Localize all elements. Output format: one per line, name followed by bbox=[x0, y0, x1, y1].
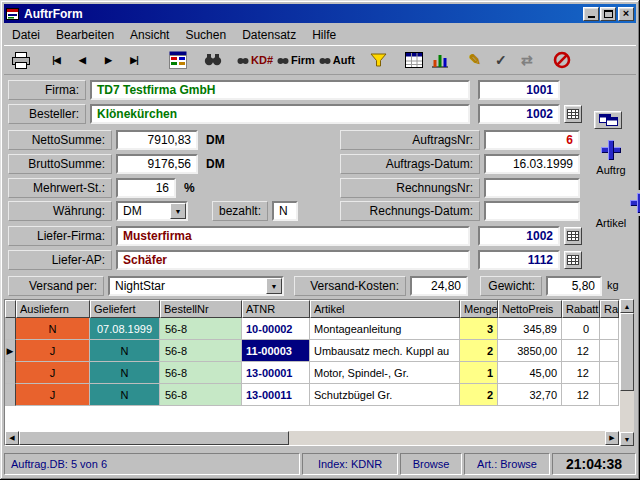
col-header-geliefert[interactable]: Geliefert bbox=[90, 300, 160, 318]
cell-rabatt[interactable]: 12 bbox=[562, 384, 600, 406]
versandkosten-field[interactable]: 24,80 bbox=[410, 276, 468, 296]
horizontal-scrollbar[interactable]: ◀ ▶ bbox=[5, 431, 619, 445]
col-header-rab2[interactable]: Rab bbox=[600, 300, 619, 318]
scroll-up-button[interactable]: ▲ bbox=[620, 299, 634, 313]
cell-bestellnr[interactable]: 56-8 bbox=[160, 318, 242, 340]
cell-nettopreis[interactable]: 345,89 bbox=[498, 318, 562, 340]
nettosumme-field[interactable]: 7910,83 bbox=[116, 130, 198, 150]
close-button[interactable]: × bbox=[618, 7, 634, 21]
cell-menge[interactable]: 3 bbox=[460, 318, 498, 340]
cell-atnr[interactable]: 13-00011 bbox=[242, 384, 310, 406]
cell-menge[interactable]: 2 bbox=[460, 384, 498, 406]
table-row[interactable]: J N 56-8 13-00011 Schutzbügel Gr. 2 32,7… bbox=[5, 384, 619, 406]
menu-suchen[interactable]: Suchen bbox=[177, 26, 234, 44]
table-view-button[interactable] bbox=[401, 47, 427, 73]
cell-atnr[interactable]: 10-00002 bbox=[242, 318, 310, 340]
search-kdnr-button[interactable]: KD# bbox=[235, 47, 275, 73]
cell-ausliefern[interactable]: N bbox=[16, 318, 90, 340]
search-auftrag-button[interactable]: Auft bbox=[317, 47, 357, 73]
search-firma-button[interactable]: Firm bbox=[275, 47, 317, 73]
cell-atnr-focused[interactable]: 11-00003 bbox=[242, 340, 310, 362]
col-header-artikel[interactable]: Artikel bbox=[310, 300, 460, 318]
confirm-button[interactable]: ✓ bbox=[488, 47, 514, 73]
bruttosumme-field[interactable]: 9176,56 bbox=[116, 154, 198, 174]
lieferap-field[interactable]: Schäfer bbox=[116, 250, 470, 270]
cell-bestellnr[interactable]: 56-8 bbox=[160, 384, 242, 406]
col-header-menge[interactable]: Menge bbox=[460, 300, 498, 318]
rechnungsdatum-field[interactable] bbox=[484, 201, 580, 221]
cancel-button[interactable] bbox=[549, 47, 575, 73]
cell-menge[interactable]: 1 bbox=[460, 362, 498, 384]
menu-bearbeiten[interactable]: Bearbeiten bbox=[48, 26, 122, 44]
lieferfirma-nr-field[interactable]: 1002 bbox=[478, 226, 560, 246]
cell-menge[interactable]: 2 bbox=[460, 340, 498, 362]
firma-nr-field[interactable]: 1001 bbox=[478, 80, 560, 100]
horizontal-scroll-thumb[interactable] bbox=[19, 431, 289, 445]
cell-rabatt[interactable]: 12 bbox=[562, 340, 600, 362]
search-button[interactable] bbox=[200, 47, 226, 73]
cell-ausliefern[interactable]: J bbox=[16, 340, 90, 362]
lieferap-nr-field[interactable]: 1112 bbox=[478, 250, 560, 270]
cell-artikel[interactable]: Montageanleitung bbox=[310, 318, 460, 340]
scroll-left-button[interactable]: ◀ bbox=[5, 431, 19, 445]
grid-edit-button[interactable] bbox=[165, 47, 191, 73]
nav-next-button[interactable]: ▶ bbox=[95, 47, 121, 73]
mwst-field[interactable]: 16 bbox=[116, 178, 176, 198]
chevron-down-icon[interactable]: ▼ bbox=[170, 203, 186, 219]
cell-atnr[interactable]: 13-00001 bbox=[242, 362, 310, 384]
scroll-down-button[interactable]: ▼ bbox=[620, 432, 634, 446]
cell-artikel[interactable]: Schutzbügel Gr. bbox=[310, 384, 460, 406]
cell-rab2[interactable] bbox=[600, 384, 619, 406]
gewicht-field[interactable]: 5,80 bbox=[546, 276, 602, 296]
toggle-view-button[interactable] bbox=[594, 111, 622, 129]
lieferap-lookup-button[interactable] bbox=[564, 251, 582, 269]
cell-artikel[interactable]: Motor, Spindel-, Gr. bbox=[310, 362, 460, 384]
menu-ansicht[interactable]: Ansicht bbox=[122, 26, 177, 44]
menu-datei[interactable]: Datei bbox=[4, 26, 48, 44]
maximize-button[interactable] bbox=[600, 7, 616, 21]
besteller-lookup-button[interactable] bbox=[564, 105, 582, 123]
cell-rabatt[interactable]: 12 bbox=[562, 362, 600, 384]
scroll-right-button[interactable]: ▶ bbox=[605, 431, 619, 445]
vertical-scrollbar[interactable]: ▲ ▼ bbox=[620, 299, 634, 446]
nav-prev-button[interactable]: ◀ bbox=[69, 47, 95, 73]
table-row[interactable]: J N 56-8 13-00001 Motor, Spindel-, Gr. 1… bbox=[5, 362, 619, 384]
bezahlt-field[interactable]: N bbox=[272, 201, 298, 221]
filter-button[interactable] bbox=[366, 47, 392, 73]
chart-button[interactable] bbox=[427, 47, 453, 73]
cell-artikel[interactable]: Umbausatz mech. Kuppl au bbox=[310, 340, 460, 362]
cell-ausliefern[interactable]: J bbox=[16, 362, 90, 384]
cell-rab2[interactable] bbox=[600, 340, 619, 362]
table-row[interactable]: N 07.08.1999 56-8 10-00002 Montageanleit… bbox=[5, 318, 619, 340]
cell-bestellnr[interactable]: 56-8 bbox=[160, 362, 242, 384]
nav-last-button[interactable]: ▶| bbox=[121, 47, 147, 73]
rechnungsnr-field[interactable] bbox=[484, 178, 580, 198]
versand-combobox[interactable]: NightStar ▼ bbox=[108, 276, 284, 296]
auftragsnr-field[interactable]: 6 bbox=[484, 130, 580, 150]
menu-hilfe[interactable]: Hilfe bbox=[304, 26, 344, 44]
nav-first-button[interactable]: |◀ bbox=[43, 47, 69, 73]
cell-rab2[interactable] bbox=[600, 318, 619, 340]
print-button[interactable] bbox=[8, 47, 34, 73]
add-auftrag-button[interactable] bbox=[598, 137, 624, 163]
vertical-scroll-track[interactable] bbox=[620, 391, 634, 432]
lieferfirma-lookup-button[interactable] bbox=[564, 227, 582, 245]
cell-rab2[interactable] bbox=[600, 362, 619, 384]
cell-nettopreis[interactable]: 32,70 bbox=[498, 384, 562, 406]
table-row-selected[interactable]: ▶ J N 56-8 11-00003 Umbausatz mech. Kupp… bbox=[5, 340, 619, 362]
firma-field[interactable]: TD7 Testfirma GmbH bbox=[90, 80, 470, 100]
auftragsdatum-field[interactable]: 16.03.1999 bbox=[484, 154, 580, 174]
cell-nettopreis[interactable]: 3850,00 bbox=[498, 340, 562, 362]
lieferfirma-field[interactable]: Musterfirma bbox=[116, 226, 470, 246]
horizontal-scroll-track[interactable] bbox=[289, 431, 605, 445]
col-header-nettopreis[interactable]: NettoPreis bbox=[498, 300, 562, 318]
col-header-bestellnr[interactable]: BestellNr bbox=[160, 300, 242, 318]
add-artikel-button[interactable] bbox=[627, 190, 640, 216]
waehrung-combobox[interactable]: DM ▼ bbox=[116, 201, 188, 221]
cell-nettopreis[interactable]: 45,00 bbox=[498, 362, 562, 384]
cell-geliefert[interactable]: N bbox=[90, 362, 160, 384]
minimize-button[interactable] bbox=[583, 7, 599, 21]
transfer-button[interactable]: ⇄ bbox=[514, 47, 540, 73]
chevron-down-icon[interactable]: ▼ bbox=[266, 278, 282, 294]
vertical-scroll-thumb[interactable] bbox=[620, 313, 634, 391]
